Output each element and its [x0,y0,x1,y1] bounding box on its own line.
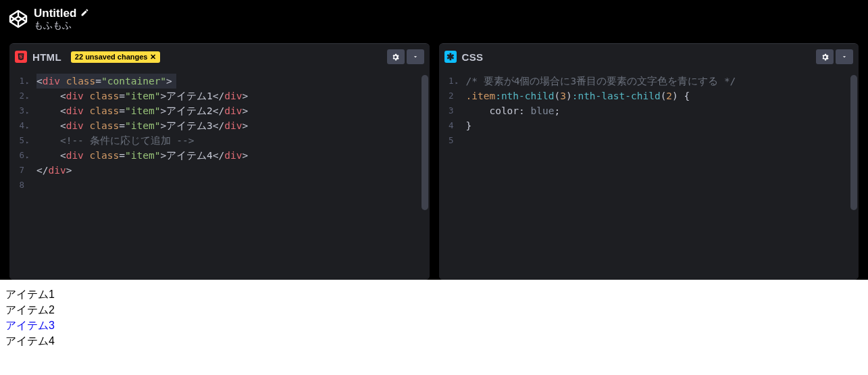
line-number: 5 [439,133,454,148]
html-code-body[interactable]: <div class="container"> <div class="item… [28,70,430,280]
edit-title-icon[interactable] [80,8,89,19]
badge-text: 22 unsaved changes [75,53,148,61]
list-item: アイテム1 [5,286,863,302]
line-number: 7 [9,163,24,178]
app-header: Untitled もふもふ [0,0,868,38]
html-icon [15,51,27,63]
line-number: 4 [9,118,24,133]
line-number: 2 [439,89,454,103]
list-item: アイテム4 [5,333,863,349]
html-settings-button[interactable] [387,49,405,64]
line-number: 1 [9,74,24,89]
css-panel-title: CSS [462,51,484,63]
list-item: アイテム2 [5,302,863,318]
css-gutter: 1 2 3 4 5 [439,70,458,280]
scrollbar-thumb[interactable] [422,75,428,210]
line-number: 4 [439,118,454,133]
html-panel: HTML 22 unsaved changes ✕ 1 2 3 4 5 6 [9,43,430,280]
line-number: 3 [9,103,24,118]
html-panel-header: HTML 22 unsaved changes ✕ [9,44,430,70]
css-settings-button[interactable] [816,49,834,64]
css-code-body[interactable]: /* 要素が4個の場合に3番目の要素の文字色を青にする */ .item:nth… [458,70,859,280]
preview-pane: アイテム1 アイテム2 アイテム3 アイテム4 [0,280,868,375]
css-panel: ✱ CSS 1 2 3 4 5 /* 要素が4個の場合に3番目の要素の文字色を青… [439,43,859,280]
html-dropdown-button[interactable] [407,49,424,64]
title-block: Untitled もふもふ [34,7,89,32]
line-number: 5 [9,133,24,148]
line-number: 6 [9,148,24,163]
html-editor[interactable]: 1 2 3 4 5 6 7 8 <div class="container"> … [9,70,430,280]
css-editor[interactable]: 1 2 3 4 5 /* 要素が4個の場合に3番目の要素の文字色を青にする */… [439,70,859,280]
line-number: 3 [439,103,454,118]
close-icon[interactable]: ✕ [150,53,156,61]
html-gutter: 1 2 3 4 5 6 7 8 [9,70,28,280]
css-dropdown-button[interactable] [836,49,853,64]
codepen-logo-icon[interactable] [7,7,30,30]
pen-author[interactable]: もふもふ [34,20,89,32]
scrollbar-thumb[interactable] [850,75,857,210]
unsaved-changes-badge[interactable]: 22 unsaved changes ✕ [71,51,161,63]
css-panel-header: ✱ CSS [439,44,859,70]
css-icon: ✱ [444,51,457,63]
line-number: 8 [9,178,24,193]
pen-title[interactable]: Untitled [34,7,76,20]
line-number: 2 [9,89,24,103]
html-panel-title: HTML [32,51,61,63]
line-number: 1 [439,74,454,89]
list-item: アイテム3 [5,318,863,333]
editor-panels: HTML 22 unsaved changes ✕ 1 2 3 4 5 6 [0,38,868,280]
